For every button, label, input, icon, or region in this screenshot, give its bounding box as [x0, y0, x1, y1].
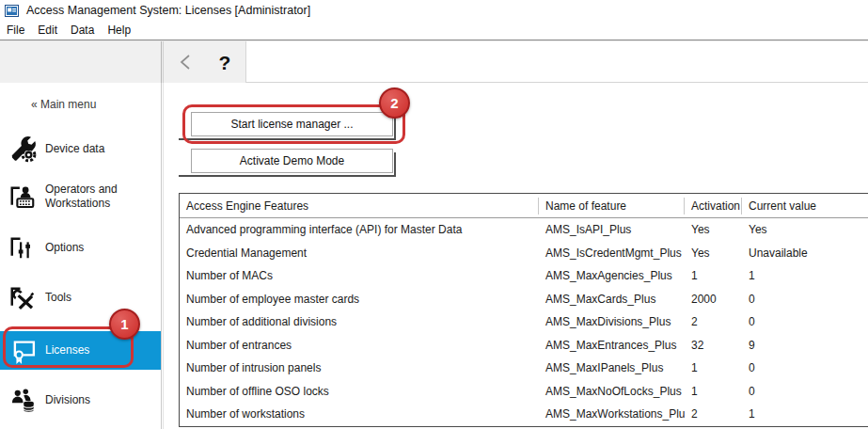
sidebar-item-operators-workstations[interactable]: Operators and Workstations [0, 175, 161, 218]
table-row[interactable]: Number of intrusion panels AMS_MaxIPanel… [180, 357, 868, 380]
cell-current-value: 1 [742, 407, 868, 421]
cell-current-value: 0 [742, 385, 868, 398]
sidebar-item-label: Divisions [45, 393, 150, 407]
title-bar: Access Management System: Licenses [Admi… [0, 0, 868, 20]
sidebar-item-label: Tools [45, 291, 150, 305]
menu-bar: File Edit Data Help [0, 20, 868, 40]
cell-current-value: 0 [742, 315, 868, 328]
cell-activation: 2000 [685, 293, 742, 306]
app-window: Access Management System: Licenses [Admi… [0, 0, 868, 429]
cell-feature: Advanced programming interface (API) for… [180, 223, 539, 236]
cell-name: AMS_IsCredentMgmt_Plus [539, 246, 685, 260]
cell-name: AMS_MaxCards_Plus [539, 293, 685, 306]
cell-activation: 2 [685, 315, 742, 328]
button-shadow [394, 152, 396, 177]
activate-demo-mode-button[interactable]: Activate Demo Mode [191, 149, 393, 173]
menu-file[interactable]: File [7, 24, 24, 37]
window-title: Access Management System: Licenses [Admi… [26, 4, 310, 17]
toolbar: ? [0, 41, 868, 83]
cell-feature: Number of offline OSO locks [180, 385, 539, 398]
tools-icon [7, 281, 39, 313]
cell-feature: Number of employee master cards [180, 293, 539, 306]
sidebar-item-licenses[interactable]: Licenses [0, 331, 161, 370]
sidebar-item-device-data[interactable]: Device data [0, 130, 161, 167]
cell-feature: Number of entrances [180, 339, 539, 352]
table-row[interactable]: Credential Management AMS_IsCredentMgmt_… [180, 242, 868, 265]
help-icon: ? [219, 53, 231, 72]
cell-activation: Yes [685, 246, 742, 260]
menu-help[interactable]: Help [107, 24, 131, 37]
cell-feature: Number of workstations [180, 407, 539, 421]
cell-current-value: Unavailable [742, 246, 868, 260]
back-icon [179, 54, 192, 71]
table-row[interactable]: Advanced programming interface (API) for… [180, 218, 868, 242]
sidebar-separator [161, 83, 164, 429]
menu-data[interactable]: Data [71, 24, 94, 37]
toolbar-button-panel: ? [164, 41, 246, 83]
sidebar-item-label: Device data [45, 142, 150, 156]
cell-current-value: 0 [742, 293, 868, 306]
button-shadow [179, 138, 396, 140]
menu-edit[interactable]: Edit [38, 24, 57, 37]
options-icon [7, 231, 39, 263]
cell-activation: 1 [685, 269, 742, 282]
cell-feature: Number of MACs [180, 269, 539, 282]
cell-current-value: 1 [742, 269, 868, 282]
cell-activation: 1 [685, 361, 742, 374]
cell-name: AMS_MaxAgencies_Plus [539, 269, 685, 282]
main-menu-back-link[interactable]: « Main menu [31, 98, 96, 111]
cell-feature: Credential Management [180, 246, 539, 260]
cell-activation: 2 [685, 407, 742, 421]
table-row[interactable]: Number of offline OSO locks AMS_MaxNoOfL… [180, 380, 868, 404]
back-button[interactable] [173, 48, 197, 76]
button-shadow [179, 175, 396, 177]
column-header-features[interactable]: Access Engine Features [180, 198, 539, 214]
help-button[interactable]: ? [213, 48, 237, 76]
cell-feature: Number of intrusion panels [180, 361, 539, 374]
device-data-icon [7, 133, 39, 165]
sidebar-item-label: Operators and Workstations [45, 183, 150, 211]
licenses-icon [7, 335, 39, 367]
table-row[interactable]: Number of employee master cards AMS_MaxC… [180, 288, 868, 311]
divisions-icon [7, 384, 39, 416]
cell-activation: 32 [685, 339, 742, 352]
column-header-current-value[interactable]: Current value [742, 198, 868, 214]
cell-name: AMS_MaxIPanels_Plus [539, 361, 685, 374]
cell-name: AMS_IsAPI_Plus [539, 223, 685, 236]
table-row[interactable]: Number of workstations AMS_MaxWorkstatio… [180, 403, 868, 426]
cell-name: AMS_MaxWorkstations_Plus [539, 407, 685, 421]
cell-current-value: 0 [742, 361, 868, 374]
sidebar-item-label: Options [45, 241, 150, 255]
table-row[interactable]: Number of MACs AMS_MaxAgencies_Plus 1 1 [180, 264, 868, 288]
sidebar-item-options[interactable]: Options [0, 229, 161, 266]
sidebar-item-divisions[interactable]: Divisions [0, 378, 161, 421]
features-table: Access Engine Features Name of feature A… [179, 193, 868, 427]
app-icon [5, 4, 19, 16]
cell-name: AMS_MaxNoOfLocks_Plus [539, 385, 685, 398]
cell-name: AMS_MaxEntrances_Plus [539, 339, 685, 352]
cell-activation: Yes [685, 223, 742, 236]
table-row[interactable]: Number of entrances AMS_MaxEntrances_Plu… [180, 334, 868, 358]
sidebar-item-label: Licenses [45, 343, 150, 358]
cell-name: AMS_MaxDivisions_Plus [539, 315, 685, 328]
table-row[interactable]: Number of additional divisions AMS_MaxDi… [180, 310, 868, 334]
cell-current-value: Yes [742, 223, 868, 236]
sidebar-item-tools[interactable]: Tools [0, 278, 161, 316]
cell-current-value: 9 [742, 339, 868, 352]
button-shadow [394, 116, 396, 140]
column-header-activation[interactable]: Activation [685, 198, 742, 214]
column-header-name[interactable]: Name of feature [539, 198, 685, 214]
operators-workstations-icon [7, 181, 39, 213]
start-license-manager-button[interactable]: Start license manager ... [191, 112, 393, 136]
cell-feature: Number of additional divisions [180, 315, 539, 328]
cell-activation: 1 [685, 385, 742, 398]
table-header: Access Engine Features Name of feature A… [180, 194, 868, 218]
toolbar-left-panel [0, 41, 161, 83]
